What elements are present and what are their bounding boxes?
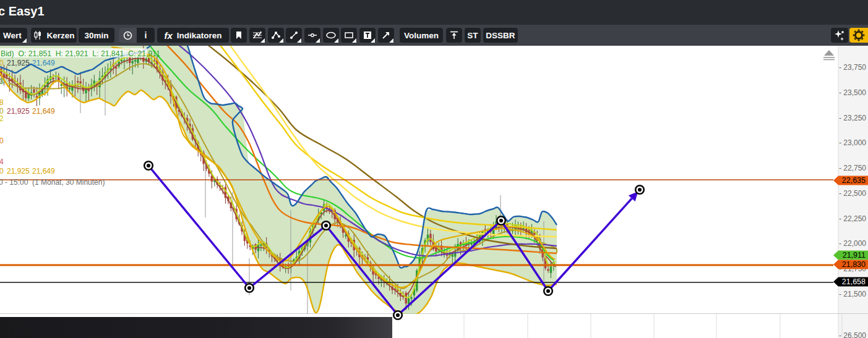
svg-text:21,649: 21,649	[32, 107, 55, 116]
svg-text:0 - 15:00 (1 Monat, 30 Minute: 0 - 15:00 (1 Monat, 30 Minuten)	[0, 178, 105, 187]
svg-text:3: 3	[0, 77, 4, 86]
svg-text:- 23,750: - 23,750	[839, 63, 866, 72]
svg-text:- 22,750: - 22,750	[839, 164, 866, 172]
svg-text:0: 0	[0, 137, 4, 145]
svg-text:- 26,500: - 26,500	[839, 331, 866, 338]
svg-text:- 23,500: - 23,500	[839, 88, 866, 97]
svg-text:21,925: 21,925	[7, 59, 30, 67]
svg-text:0: 0	[0, 59, 4, 67]
svg-text:Bid) O: 21,851 H: 21,921 L:: Bid) O: 21,851 H: 21,921 L: 21,841 C: 21…	[1, 49, 160, 58]
svg-text:- 22,250: - 22,250	[839, 214, 866, 223]
svg-text:- 23,000: - 23,000	[839, 138, 866, 147]
svg-text:8: 8	[0, 98, 4, 107]
svg-text:2: 2	[0, 114, 4, 123]
svg-text:22,635: 22,635	[842, 176, 866, 185]
svg-text:21,658: 21,658	[842, 277, 866, 286]
svg-text:21,925: 21,925	[7, 167, 30, 175]
svg-text:- 22,500: - 22,500	[839, 189, 866, 198]
svg-text:- 23,250: - 23,250	[839, 114, 866, 122]
svg-text:21,830: 21,830	[842, 260, 866, 269]
svg-text:0: 0	[0, 167, 4, 175]
svg-text:21,649: 21,649	[32, 167, 55, 175]
svg-text:- 22,000: - 22,000	[839, 239, 866, 248]
svg-text:21,911: 21,911	[843, 251, 866, 260]
svg-text:- 21,500: - 21,500	[839, 290, 866, 298]
svg-text:21,649: 21,649	[32, 59, 55, 67]
svg-text:21,925: 21,925	[7, 107, 30, 116]
svg-text:4: 4	[0, 158, 4, 166]
